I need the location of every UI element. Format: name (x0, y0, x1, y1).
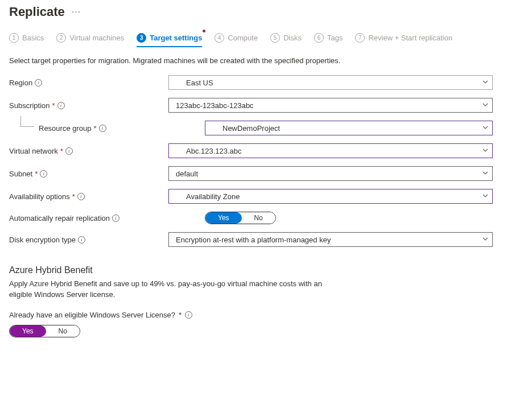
tab-tags[interactable]: 6 Tags (314, 33, 343, 46)
chevron-down-icon (482, 79, 489, 87)
required-indicator: * (60, 147, 63, 155)
disk-encryption-select[interactable]: Encryption at-rest with a platform-manag… (168, 232, 493, 247)
form-row-availability: Availability options * Availability Zone (9, 189, 523, 204)
select-value: default (176, 170, 198, 178)
chevron-down-icon (482, 147, 489, 155)
form-row-subscription: Subscription * 123abc-123abc-123abc (9, 98, 523, 113)
required-indicator: * (35, 170, 38, 178)
select-value: 123abc-123abc-123abc (176, 101, 254, 110)
chevron-down-icon (482, 236, 489, 244)
license-question-row: Already have an eligible Windows Server … (9, 311, 523, 319)
chevron-down-icon (482, 101, 489, 110)
tab-virtual-machines[interactable]: 2 Virtual machines (56, 33, 124, 46)
info-icon[interactable] (65, 147, 73, 155)
tab-target-settings[interactable]: 3 Target settings (137, 33, 202, 46)
form-row-auto-repair: Automatically repair replication Yes No (9, 212, 523, 224)
select-value: Abc.123.123.abc (186, 147, 242, 155)
tab-label: Virtual machines (69, 34, 124, 42)
form-row-disk-encryption: Disk encryption type Encryption at-rest … (9, 232, 523, 247)
label-region: Region (9, 79, 168, 87)
toggle-no[interactable]: No (46, 325, 80, 337)
label-virtual-network: Virtual network * (9, 147, 168, 155)
form-row-subnet: Subnet * default (9, 166, 523, 181)
tab-label: Disks (283, 34, 302, 42)
virtual-network-select[interactable]: Abc.123.123.abc (168, 143, 493, 158)
license-question-label: Already have an eligible Windows Server … (9, 311, 175, 319)
info-icon[interactable] (99, 125, 106, 132)
chevron-down-icon (482, 124, 489, 133)
region-select[interactable]: East US (168, 75, 493, 90)
step-number-icon: 3 (137, 33, 146, 43)
step-number-icon: 4 (215, 33, 224, 43)
tab-label: Basics (22, 34, 44, 42)
subscription-select[interactable]: 123abc-123abc-123abc (168, 98, 493, 113)
subnet-select[interactable]: default (168, 166, 493, 181)
section-description: Select target properties for migration. … (9, 56, 523, 65)
tab-disks[interactable]: 5 Disks (270, 33, 302, 46)
resource-group-select[interactable]: NewDemoProject (205, 121, 493, 135)
tab-compute[interactable]: 4 Compute (215, 33, 258, 46)
auto-repair-toggle: Yes No (205, 212, 276, 224)
select-value: East US (186, 79, 213, 87)
license-toggle: Yes No (9, 325, 80, 337)
info-icon[interactable] (112, 214, 119, 222)
required-indicator: * (52, 101, 55, 110)
tab-label: Target settings (150, 34, 202, 42)
step-number-icon: 1 (9, 33, 19, 43)
label-auto-repair: Automatically repair replication (9, 214, 168, 222)
tab-label: Review + Start replication (368, 34, 452, 42)
step-number-icon: 6 (314, 33, 324, 43)
info-icon[interactable] (57, 102, 65, 109)
info-icon[interactable] (185, 311, 192, 319)
required-indicator: * (179, 311, 182, 319)
required-indicator: * (94, 124, 97, 133)
label-subnet: Subnet * (9, 170, 168, 178)
select-value: NewDemoProject (222, 124, 280, 133)
label-availability: Availability options * (9, 192, 168, 201)
form-row-region: Region East US (9, 75, 523, 90)
select-value: Availability Zone (186, 192, 240, 201)
wizard-tabs: 1 Basics 2 Virtual machines 3 Target set… (9, 33, 523, 46)
availability-select[interactable]: Availability Zone (168, 189, 493, 204)
tab-basics[interactable]: 1 Basics (9, 33, 44, 46)
select-value: Encryption at-rest with a platform-manag… (176, 236, 331, 244)
toggle-yes[interactable]: Yes (10, 325, 46, 337)
hybrid-section-desc: Apply Azure Hybrid Benefit and save up t… (9, 279, 328, 300)
form-row-resource-group: Resource group * NewDemoProject (9, 121, 523, 135)
step-number-icon: 2 (56, 33, 66, 43)
chevron-down-icon (482, 192, 489, 201)
toggle-yes[interactable]: Yes (205, 212, 242, 224)
toggle-no[interactable]: No (242, 212, 275, 224)
tab-review[interactable]: 7 Review + Start replication (355, 33, 452, 46)
tab-label: Compute (228, 34, 258, 42)
chevron-down-icon (482, 170, 489, 178)
step-number-icon: 5 (270, 33, 280, 43)
page-header: Replicate ··· (9, 5, 523, 19)
label-resource-group: Resource group * (20, 124, 168, 133)
tab-label: Tags (327, 34, 343, 42)
info-icon[interactable] (77, 193, 85, 200)
page-title: Replicate (9, 5, 65, 19)
step-number-icon: 7 (355, 33, 365, 43)
label-disk-encryption: Disk encryption type (9, 236, 168, 244)
hybrid-section-title: Azure Hybrid Benefit (9, 265, 523, 275)
form-row-virtual-network: Virtual network * Abc.123.123.abc (9, 143, 523, 158)
info-icon[interactable] (78, 236, 85, 244)
error-indicator-icon (203, 30, 205, 32)
more-actions-icon[interactable]: ··· (72, 7, 81, 17)
required-indicator: * (72, 192, 75, 201)
info-icon[interactable] (35, 79, 42, 86)
label-subscription: Subscription * (9, 101, 168, 110)
info-icon[interactable] (40, 170, 47, 178)
